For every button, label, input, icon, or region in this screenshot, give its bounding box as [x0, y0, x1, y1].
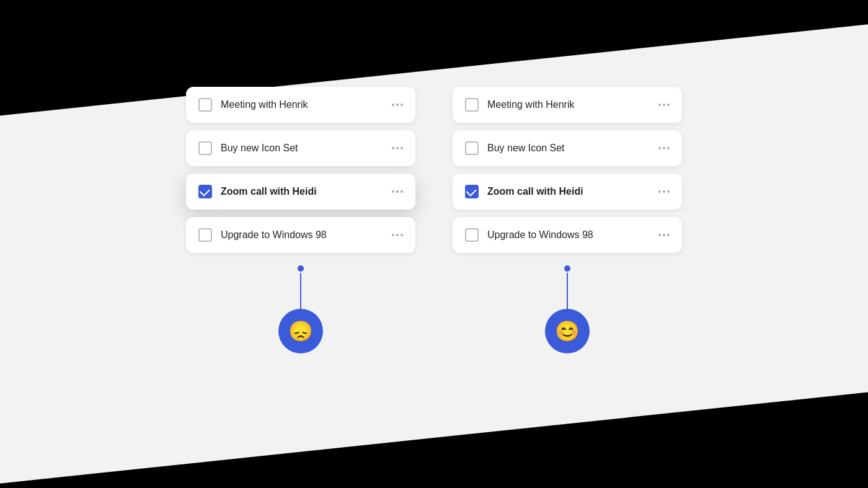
more-options-button[interactable]	[392, 104, 403, 106]
more-dot	[658, 147, 661, 149]
task-label: Buy new Icon Set	[221, 143, 383, 154]
checkbox-unchecked[interactable]	[198, 141, 212, 155]
sad-face-icon[interactable]: 😞	[278, 309, 323, 353]
more-dot	[392, 234, 394, 236]
more-dot	[667, 147, 670, 149]
connector-line	[567, 273, 568, 310]
task-card: Zoom call with Heidi	[453, 174, 682, 210]
happy-face-icon[interactable]: 😊	[545, 309, 590, 353]
panel-right: Meeting with HenrikBuy new Icon SetZoom …	[453, 87, 682, 353]
more-dot	[392, 147, 394, 149]
task-label: Meeting with Henrik	[221, 99, 383, 110]
more-dot	[663, 190, 665, 193]
more-dot	[392, 104, 394, 106]
more-dot	[667, 190, 670, 193]
checkbox-unchecked[interactable]	[465, 141, 479, 155]
task-label: Zoom call with Heidi	[221, 186, 383, 197]
more-dot	[667, 234, 670, 236]
checkbox-checked[interactable]	[465, 185, 479, 198]
more-options-button[interactable]	[658, 104, 670, 106]
connector-line	[300, 273, 301, 310]
task-card: Upgrade to Windows 98	[453, 217, 682, 253]
task-label: Buy new Icon Set	[487, 143, 650, 154]
more-dot	[658, 190, 661, 193]
more-dot	[658, 234, 661, 236]
task-card: Buy new Icon Set	[453, 130, 682, 166]
more-dot	[401, 190, 403, 193]
checkbox-unchecked[interactable]	[465, 98, 479, 112]
task-card: Meeting with Henrik	[186, 87, 415, 123]
more-dot	[401, 104, 403, 106]
more-options-button[interactable]	[392, 147, 403, 149]
checkbox-unchecked[interactable]	[198, 228, 212, 242]
task-card: Upgrade to Windows 98	[186, 217, 415, 253]
more-dot	[663, 147, 665, 149]
more-options-button[interactable]	[658, 190, 670, 193]
connector-area: 😞	[186, 265, 415, 353]
more-dot	[667, 104, 670, 106]
checkbox-unchecked[interactable]	[465, 228, 479, 242]
more-dot	[396, 147, 399, 149]
task-card: Meeting with Henrik	[453, 87, 682, 123]
main-content: Meeting with HenrikBuy new Icon SetZoom …	[0, 0, 868, 488]
more-dot	[663, 104, 665, 106]
more-dot	[392, 190, 394, 193]
more-dot	[401, 234, 403, 236]
panel-left: Meeting with HenrikBuy new Icon SetZoom …	[186, 87, 415, 353]
connector-area: 😊	[453, 265, 682, 353]
more-options-button[interactable]	[392, 190, 403, 193]
more-options-button[interactable]	[658, 234, 670, 236]
more-dot	[663, 234, 665, 236]
more-dot	[396, 190, 399, 193]
task-card: Zoom call with Heidi	[186, 174, 415, 210]
checkbox-checked[interactable]	[198, 185, 212, 198]
checkbox-unchecked[interactable]	[198, 98, 212, 112]
more-dot	[396, 104, 399, 106]
more-dot	[401, 147, 403, 149]
task-label: Zoom call with Heidi	[487, 186, 650, 197]
more-dot	[658, 104, 661, 106]
task-label: Meeting with Henrik	[487, 99, 650, 110]
more-options-button[interactable]	[392, 234, 403, 236]
task-label: Upgrade to Windows 98	[221, 229, 383, 241]
task-card: Buy new Icon Set	[186, 130, 415, 166]
more-options-button[interactable]	[658, 147, 670, 149]
more-dot	[396, 234, 399, 236]
connector-dot	[564, 265, 570, 272]
connector-dot	[298, 265, 304, 272]
task-label: Upgrade to Windows 98	[487, 229, 650, 241]
